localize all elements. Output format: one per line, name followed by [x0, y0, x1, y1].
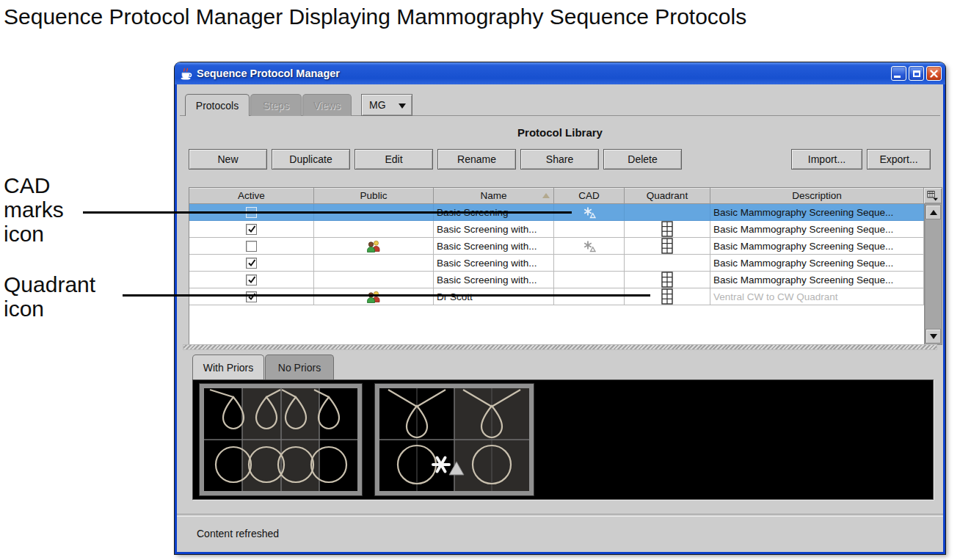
description-cell: Basic Mammography Screening Seque...: [710, 255, 924, 272]
delete-button[interactable]: Delete: [603, 149, 682, 170]
window-title: Sequence Protocol Manager: [197, 68, 889, 79]
quadrant-cell: [625, 255, 710, 272]
splitter-handle[interactable]: [183, 344, 937, 350]
quadrant-icon: [661, 221, 673, 237]
cad-marks-icon: [583, 240, 596, 252]
library-action-buttons: New Duplicate Edit Rename Share Delete: [189, 149, 682, 170]
modality-value: MG: [369, 99, 386, 111]
mammo-thumbnail-four-view[interactable]: [200, 384, 362, 495]
tab-protocols[interactable]: Protocols: [185, 94, 250, 116]
checkmark-icon: [247, 292, 256, 301]
modality-dropdown[interactable]: MG: [361, 94, 412, 116]
active-checkbox[interactable]: [246, 291, 257, 302]
active-checkbox[interactable]: [246, 258, 257, 269]
cad-cell: [554, 221, 625, 238]
close-button[interactable]: [926, 66, 942, 81]
quadrant-annotation-label: Quadrant icon: [4, 272, 117, 321]
column-chooser-button[interactable]: [924, 188, 942, 204]
public-cell: [314, 238, 434, 255]
public-cell: [314, 255, 434, 272]
figure-caption: Sequence Protocol Manager Displaying Mam…: [4, 4, 746, 29]
scroll-up-icon: [930, 210, 937, 215]
cad-marks-annotation-label: CAD marks icon: [4, 173, 92, 246]
sequence-preview-canvas: [192, 379, 934, 500]
active-checkbox[interactable]: [246, 274, 257, 286]
minimize-button[interactable]: [891, 66, 906, 81]
name-cell: Basic Screening with...: [434, 238, 554, 255]
scroll-down-icon: [930, 334, 937, 339]
tab-steps: Steps: [250, 94, 302, 116]
description-cell: Basic Mammography Screening Seque...: [710, 238, 924, 255]
tab-no-priors[interactable]: No Priors: [265, 354, 334, 379]
quadrant-cell: [625, 204, 710, 221]
name-cell: Dr Scott: [434, 288, 554, 305]
table-row[interactable]: Basic Screening with...Basic Mammography…: [189, 255, 924, 272]
mammo-thumbnail-with-cad-quadrant[interactable]: [375, 384, 534, 495]
library-io-buttons: Import... Export...: [791, 149, 931, 170]
table-row[interactable]: Basic Screening with...Basic Mammography…: [189, 221, 924, 238]
column-header-cad[interactable]: CAD: [554, 188, 625, 204]
protocol-table-body: Basic ScreeningBasic Mammography Screeni…: [189, 204, 924, 344]
public-users-icon: [366, 240, 381, 252]
active-checkbox[interactable]: [246, 224, 257, 235]
name-cell: Basic Screening with...: [434, 255, 554, 272]
active-checkbox[interactable]: [246, 241, 257, 252]
quadrant-icon: [661, 272, 673, 288]
edit-button[interactable]: Edit: [354, 149, 433, 170]
quadrant-annotation-callout-line: [123, 294, 650, 297]
description-cell: Basic Mammography Screening Seque...: [710, 221, 924, 238]
public-cell: [314, 288, 434, 305]
protocol-library-title: Protocol Library: [177, 126, 943, 139]
checkmark-icon: [247, 258, 256, 267]
rename-button[interactable]: Rename: [437, 149, 516, 170]
name-cell: Basic Screening with...: [434, 272, 554, 288]
cad-cell: [554, 238, 625, 255]
maximize-button[interactable]: [909, 66, 924, 81]
quadrant-cell: [625, 238, 710, 255]
active-cell: [189, 255, 314, 272]
tab-with-priors[interactable]: With Priors: [192, 354, 264, 379]
maximize-icon: [913, 70, 920, 77]
window-titlebar[interactable]: Sequence Protocol Manager: [175, 62, 945, 84]
description-cell: Basic Mammography Screening Seque...: [710, 204, 924, 221]
table-row[interactable]: Dr ScottVentral CW to CW Quadrant: [189, 288, 924, 305]
public-users-icon: [366, 291, 381, 303]
column-header-name-label: Name: [480, 190, 506, 201]
vertical-scrollbar[interactable]: [924, 204, 942, 344]
column-header-quadrant[interactable]: Quadrant: [625, 188, 710, 204]
column-header-active[interactable]: Active: [189, 188, 314, 204]
window-content: Protocols Steps Views MG Protocol Librar…: [177, 84, 943, 552]
quadrant-icon: [661, 288, 673, 305]
cad-cell: [554, 288, 625, 305]
checkmark-icon: [247, 275, 256, 284]
active-cell: [189, 288, 314, 305]
column-chooser-icon: [927, 190, 939, 201]
export-button[interactable]: Export...: [867, 149, 931, 170]
description-cell: Basic Mammography Screening Seque...: [710, 272, 924, 288]
table-row[interactable]: Basic Screening with...Basic Mammography…: [189, 272, 924, 288]
column-header-public[interactable]: Public: [314, 188, 434, 204]
scroll-down-button[interactable]: [926, 329, 941, 343]
cad-cell: [554, 272, 625, 288]
table-row[interactable]: Basic Screening with...Basic Mammography…: [189, 238, 924, 255]
tab-views: Views: [302, 94, 352, 116]
share-button[interactable]: Share: [520, 149, 599, 170]
table-header-row: Active Public Name CAD Quadrant Descript…: [189, 188, 942, 204]
quadrant-cell: [625, 221, 710, 238]
new-button[interactable]: New: [189, 149, 267, 170]
chevron-down-icon: [399, 103, 406, 112]
duplicate-button[interactable]: Duplicate: [272, 149, 350, 170]
active-cell: [189, 238, 314, 255]
description-cell: Ventral CW to CW Quadrant: [710, 288, 924, 305]
status-message: Content refreshed: [197, 528, 279, 539]
cad-annotation-callout-line: [83, 211, 572, 214]
column-header-name[interactable]: Name: [434, 188, 554, 204]
close-icon: [930, 70, 938, 78]
quadrant-cell: [625, 288, 710, 305]
column-header-description[interactable]: Description: [710, 188, 924, 204]
active-cell: [189, 221, 314, 238]
name-cell: Basic Screening with...: [434, 221, 554, 238]
sequence-protocol-manager-window: Sequence Protocol Manager Protocols Step…: [175, 62, 945, 554]
scroll-up-button[interactable]: [926, 205, 941, 219]
import-button[interactable]: Import...: [791, 149, 862, 170]
